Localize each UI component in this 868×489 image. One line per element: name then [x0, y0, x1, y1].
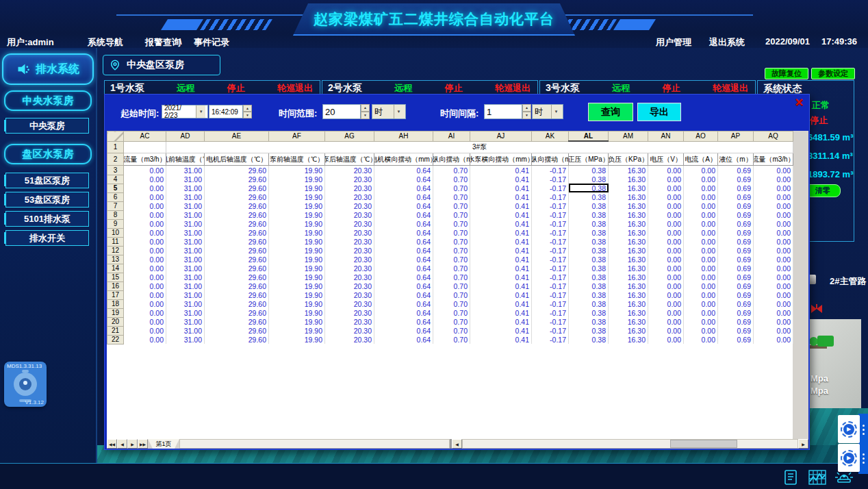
row-header[interactable]: 7: [107, 201, 124, 210]
cell[interactable]: 0.00: [648, 175, 684, 184]
cell[interactable]: 19.90: [269, 299, 325, 308]
cell[interactable]: 0.00: [684, 184, 718, 192]
row-header[interactable]: 13: [107, 255, 124, 264]
cell[interactable]: 0.00: [124, 201, 166, 210]
cell[interactable]: 0.00: [754, 210, 793, 219]
cell[interactable]: 0.38: [569, 273, 609, 281]
cell[interactable]: 16.30: [609, 228, 648, 237]
cell[interactable]: 19.90: [269, 228, 325, 237]
cell[interactable]: 20.30: [325, 299, 374, 308]
cell[interactable]: 0.69: [718, 201, 754, 210]
cell[interactable]: 20.30: [325, 201, 374, 210]
cell[interactable]: 0.00: [648, 273, 684, 281]
chevron-down-icon[interactable]: ▼: [196, 105, 205, 118]
cell[interactable]: 31.00: [166, 308, 205, 317]
cell[interactable]: 20.30: [325, 210, 374, 219]
cell[interactable]: 0.00: [648, 308, 684, 317]
cell[interactable]: 0.70: [433, 273, 470, 281]
cell[interactable]: 29.60: [205, 192, 269, 201]
cell[interactable]: 31.00: [166, 219, 205, 228]
cell[interactable]: 0.41: [470, 308, 532, 317]
cell[interactable]: 0.00: [684, 255, 718, 264]
cell[interactable]: -0.17: [532, 228, 569, 237]
column-header[interactable]: AP: [718, 131, 754, 142]
cell[interactable]: 29.60: [205, 273, 269, 281]
cell[interactable]: 0.00: [684, 192, 718, 201]
cell[interactable]: 0.69: [718, 308, 754, 317]
sidebar-group-central-pumphouse[interactable]: 中央水泵房: [4, 90, 92, 111]
cell[interactable]: 0.00: [124, 175, 166, 184]
row-header[interactable]: 16: [107, 281, 124, 290]
cell[interactable]: -0.17: [532, 255, 569, 264]
cell[interactable]: 0.00: [124, 246, 166, 255]
row-header[interactable]: 11: [107, 237, 124, 246]
cell[interactable]: 0.69: [718, 299, 754, 308]
cell[interactable]: 0.00: [684, 308, 718, 317]
cell[interactable]: 20.30: [325, 255, 374, 264]
cell[interactable]: 0.69: [718, 237, 754, 246]
cell[interactable]: -0.17: [532, 166, 569, 175]
cell[interactable]: 0.00: [648, 184, 684, 192]
row-header[interactable]: 2: [107, 153, 124, 166]
sidebar-item-51-panel[interactable]: 51盘区泵房: [5, 173, 89, 188]
field-header-cell[interactable]: 泵前轴温度（℃）: [269, 153, 325, 166]
cell[interactable]: 0.38: [569, 264, 609, 273]
cell[interactable]: 0.64: [374, 201, 433, 210]
cell[interactable]: 31.00: [166, 246, 205, 255]
cell[interactable]: 20.30: [325, 184, 374, 192]
cell[interactable]: 0.70: [433, 335, 470, 344]
cell[interactable]: 0.00: [124, 290, 166, 299]
corner-cell[interactable]: [107, 131, 124, 142]
cell[interactable]: 0.00: [754, 201, 793, 210]
cell[interactable]: 20.30: [325, 335, 374, 344]
cell[interactable]: 0.69: [718, 192, 754, 201]
column-header[interactable]: AN: [648, 131, 684, 142]
cell[interactable]: -0.17: [532, 308, 569, 317]
cell[interactable]: 19.90: [269, 255, 325, 264]
cell[interactable]: 0.00: [684, 228, 718, 237]
column-header[interactable]: AI: [433, 131, 470, 142]
cell[interactable]: 20.30: [325, 246, 374, 255]
row-header[interactable]: 21: [107, 326, 124, 335]
cell[interactable]: 20.30: [325, 317, 374, 326]
start-time-spinner[interactable]: ▲▼: [243, 105, 252, 118]
cell[interactable]: 0.00: [684, 281, 718, 290]
sidebar-group-panel-pumphouse[interactable]: 盘区水泵房: [4, 144, 92, 164]
sidebar-item-5101-drain-pump[interactable]: 5101排水泵: [5, 211, 89, 227]
cell[interactable]: 0.70: [433, 228, 470, 237]
column-header[interactable]: AJ: [470, 131, 532, 142]
time-interval-input[interactable]: 1: [484, 104, 522, 119]
cell[interactable]: 16.30: [609, 264, 648, 273]
row-header[interactable]: 12: [107, 246, 124, 255]
cell[interactable]: -0.17: [532, 201, 569, 210]
cell[interactable]: 31.00: [166, 281, 205, 290]
cell[interactable]: 16.30: [609, 166, 648, 175]
cell[interactable]: 31.00: [166, 255, 205, 264]
tile-1-menu-dots[interactable]: [861, 425, 865, 435]
cell[interactable]: 0.00: [648, 335, 684, 344]
field-header-cell[interactable]: 流量（m3/h）: [124, 153, 166, 166]
cell[interactable]: 29.60: [205, 317, 269, 326]
cell[interactable]: 0.64: [374, 308, 433, 317]
cell[interactable]: 0.38: [569, 219, 609, 228]
cell[interactable]: 0.41: [470, 326, 532, 335]
cell[interactable]: 0.00: [124, 237, 166, 246]
row-header[interactable]: 20: [107, 317, 124, 326]
sheet-prev-button[interactable]: ◀: [117, 439, 127, 449]
cell[interactable]: 0.38: [569, 246, 609, 255]
column-header[interactable]: AD: [166, 131, 205, 142]
row-header[interactable]: 19: [107, 308, 124, 317]
query-button[interactable]: 查询: [588, 103, 633, 121]
cell[interactable]: 0.69: [718, 264, 754, 273]
sheet-last-button[interactable]: ▶▶: [138, 439, 148, 449]
cell[interactable]: 0.64: [374, 192, 433, 201]
menu-alarm-query[interactable]: 报警查询: [145, 36, 181, 49]
cell[interactable]: 0.00: [648, 210, 684, 219]
cell[interactable]: 0.00: [124, 192, 166, 201]
row-header[interactable]: 4: [107, 175, 124, 184]
cell[interactable]: -0.17: [532, 290, 569, 299]
cell[interactable]: 0.00: [648, 264, 684, 273]
cell[interactable]: 0.64: [374, 246, 433, 255]
cell[interactable]: 0.00: [648, 290, 684, 299]
column-header[interactable]: AC: [124, 131, 166, 142]
